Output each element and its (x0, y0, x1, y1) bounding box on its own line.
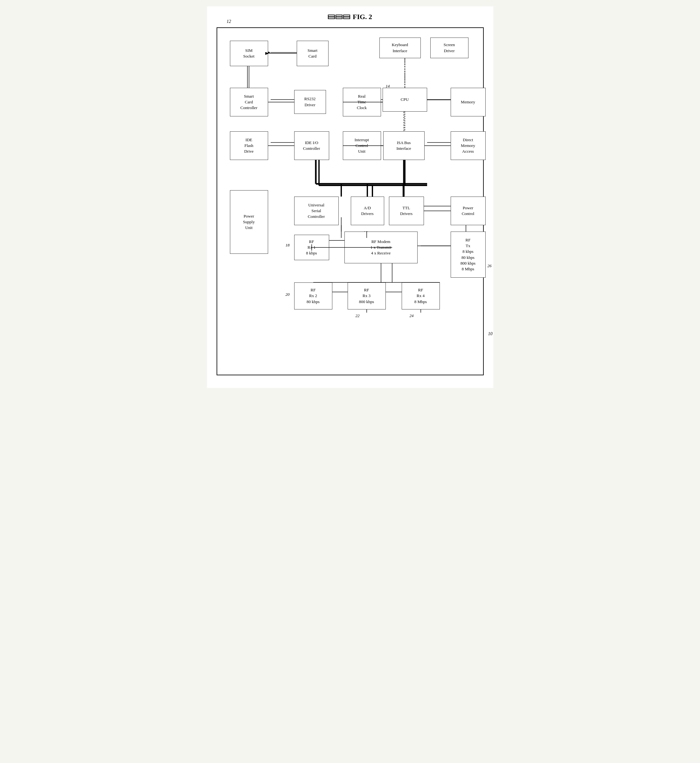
diagram-container: SIMSocket SmartCard KeyboardInterface Sc… (223, 34, 491, 368)
real-time-clock: RealTimeClock (343, 88, 381, 116)
power-supply-unit: PowerSupplyUnit (230, 190, 268, 254)
keyboard-interface: KeyboardInterface (380, 38, 421, 58)
smart-card-controller: SmartCardController (230, 88, 268, 116)
rs232-driver: RS232Driver (294, 90, 326, 114)
rf-rx2: RFRx 280 kbps (294, 282, 332, 310)
rf-rx1: RFRx 18 kbps (294, 235, 329, 260)
page: FIG. 2 12 10 (207, 6, 493, 388)
cpu: CPU (383, 88, 427, 112)
power-control: PowerControl (451, 197, 486, 225)
direct-memory-access: DirectMemoryAccess (451, 131, 486, 160)
sim-socket: SIMSocket (230, 41, 268, 66)
ref-20: 20 (286, 292, 290, 297)
ide-flash-drive: IDEFlashDrive (230, 131, 268, 160)
isa-bus-interface: ISA BusInterface (383, 131, 425, 160)
rf-rx3: RFRx 3800 kbps (348, 282, 386, 310)
rf-rx4: RFRx 48 Mbps (402, 282, 440, 310)
ref-22: 22 (356, 313, 360, 318)
memory: Memory (451, 88, 486, 116)
interrupt-control-unit: InterruptControlUnit (343, 131, 381, 160)
figure-number: FIG. 2 (353, 13, 372, 21)
ide-io-controller: IDE I/OController (294, 131, 329, 160)
ref-26: 26 (488, 263, 492, 269)
ref-14: 14 (386, 84, 390, 89)
diagram-svg (223, 34, 491, 321)
ref-24: 24 (409, 313, 414, 318)
outer-box: 12 10 (217, 27, 484, 375)
ref-18: 18 (286, 243, 290, 248)
figure-title: FIG. 2 (217, 13, 484, 21)
rf-modem: RF Modem1 x Transmit4 x Receive (344, 231, 417, 263)
ad-drivers: A/DDrivers (351, 197, 384, 225)
figure-icon (328, 15, 350, 19)
universal-serial-controller: UniversalSerialController (294, 197, 339, 225)
smart-card: SmartCard (297, 41, 328, 66)
screen-driver: ScreenDriver (430, 38, 469, 58)
rf-tx: RFTx8 kbps80 kbps800 kbps8 Mbps (451, 231, 486, 278)
ref-12: 12 (227, 19, 231, 24)
ttl-drivers: TTLDrivers (389, 197, 424, 225)
